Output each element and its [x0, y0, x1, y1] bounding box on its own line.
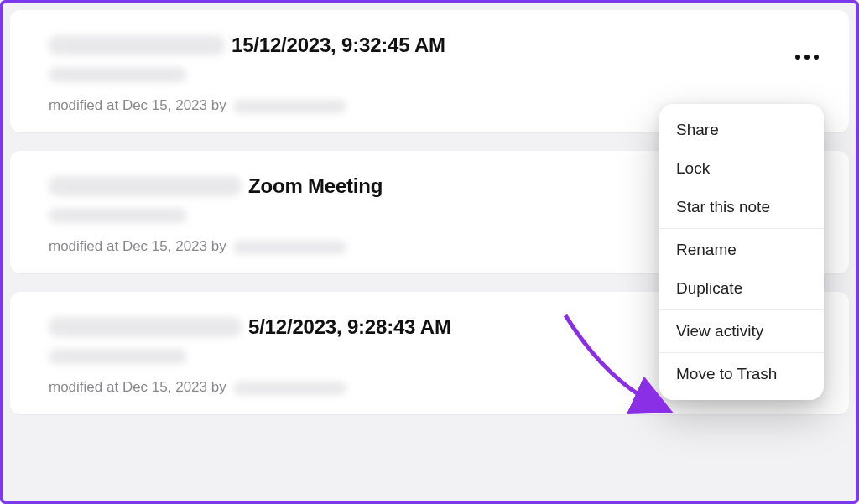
more-options-button[interactable]	[790, 47, 824, 67]
menu-item-star[interactable]: Star this note	[659, 188, 824, 226]
redacted-author	[233, 100, 346, 113]
redacted-title-prefix	[49, 35, 225, 55]
note-title-row: 15/12/2023, 9:32:45 AM	[49, 34, 819, 57]
menu-item-rename[interactable]: Rename	[659, 231, 824, 269]
menu-item-lock[interactable]: Lock	[659, 149, 824, 188]
context-menu: Share Lock Star this note Rename Duplica…	[659, 104, 824, 400]
more-options-icon	[804, 55, 810, 60]
redacted-subtitle	[49, 208, 187, 223]
note-title: Zoom Meeting	[248, 174, 383, 198]
redacted-subtitle	[49, 67, 187, 82]
more-options-icon	[795, 55, 800, 60]
more-options-icon	[814, 55, 819, 60]
app-frame: 15/12/2023, 9:32:45 AM modified at Dec 1…	[0, 0, 859, 504]
menu-divider	[659, 309, 824, 310]
menu-divider	[659, 228, 824, 229]
redacted-subtitle	[49, 349, 187, 364]
note-title: 5/12/2023, 9:28:43 AM	[248, 315, 451, 339]
redacted-author	[233, 382, 346, 395]
modified-text: modified at Dec 15, 2023 by	[49, 379, 226, 395]
menu-item-duplicate[interactable]: Duplicate	[659, 269, 824, 308]
menu-divider	[659, 352, 824, 353]
menu-item-share[interactable]: Share	[659, 111, 824, 149]
modified-text: modified at Dec 15, 2023 by	[49, 97, 226, 113]
redacted-author	[233, 241, 346, 254]
redacted-title-prefix	[49, 317, 242, 337]
menu-item-view-activity[interactable]: View activity	[659, 312, 824, 351]
redacted-title-prefix	[49, 176, 242, 196]
modified-text: modified at Dec 15, 2023 by	[49, 238, 226, 254]
menu-item-move-to-trash[interactable]: Move to Trash	[659, 355, 824, 393]
note-title: 15/12/2023, 9:32:45 AM	[232, 34, 445, 57]
